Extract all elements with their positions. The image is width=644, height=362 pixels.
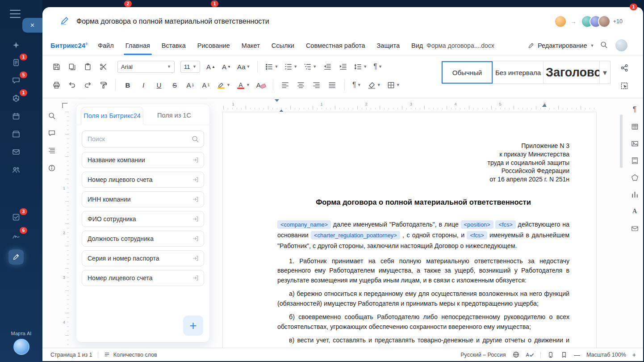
bullets-icon[interactable]: ▼ [265,60,278,73]
change-case-select[interactable]: Аа▼ [237,60,250,73]
underline-button[interactable]: U [154,79,164,91]
menu-draw[interactable]: Рисование [197,42,230,49]
field-chip-position[interactable]: <position> [461,220,493,229]
field-chip-fcs[interactable]: <fcs> [467,231,487,240]
font-color-button[interactable]: А▼ [236,79,250,91]
collapse-panel-button[interactable]: ✕ [22,18,42,33]
redo-icon[interactable] [83,79,92,91]
print-icon[interactable] [51,79,61,91]
insert-field-icon[interactable] [192,156,199,164]
subscript-button[interactable]: A1 [201,79,211,91]
document-editor-icon[interactable] [8,249,24,265]
styles-expand-button[interactable]: ▼ [599,61,610,84]
undo-icon[interactable] [67,79,77,91]
increase-font-icon[interactable]: А▲ [206,60,216,73]
zoom-level[interactable]: Масштаб 100% [586,352,626,358]
highlight-color-button[interactable]: ▼ [217,79,230,91]
tab-bitrix24-fields[interactable]: Поля из Битрикс24 [81,107,143,125]
editing-mode-selector[interactable]: Редактирование ▼ [527,42,594,49]
search-icon[interactable] [47,111,57,121]
menu-home[interactable]: Главная [125,42,150,49]
user-avatar[interactable] [615,39,627,51]
cut-icon[interactable] [98,60,108,73]
style-normal[interactable]: Обычный [442,61,493,84]
copy-icon[interactable] [67,60,77,73]
increase-indent-icon[interactable] [338,60,348,73]
menu-icon[interactable] [10,10,21,18]
avatar[interactable] [554,15,567,28]
insert-field-icon[interactable] [192,255,199,262]
field-item[interactable]: Номер лицевого счета [82,270,204,286]
format-painter-icon[interactable] [98,79,108,91]
globe-icon[interactable] [512,351,520,358]
line-spacing-icon[interactable]: ▼ [354,60,367,73]
align-justify-icon[interactable] [327,79,337,91]
menu-layout[interactable]: Макет [242,42,260,49]
menu-protection[interactable]: Защита [377,42,400,49]
insert-field-icon[interactable] [192,176,199,183]
shape-settings-icon[interactable] [630,173,640,182]
font-size-select[interactable]: 11▼ [180,61,200,73]
zoom-in-button[interactable]: + [632,351,636,358]
menu-view[interactable]: Вид [411,42,423,49]
info-icon[interactable] [47,163,57,173]
style-no-spacing[interactable]: Без интервала [493,61,543,84]
field-item[interactable]: Название компании [82,152,204,168]
document-page[interactable]: Приложение N 3 к приказу Министерства тр… [222,112,597,348]
numbering-icon[interactable]: ▼ [284,60,297,73]
insert-field-icon[interactable] [192,215,199,223]
vertical-scrollbar[interactable] [620,114,623,168]
right-margin-marker[interactable] [542,104,547,107]
marta-ai-avatar[interactable] [13,339,29,355]
add-field-button[interactable]: + [183,316,203,336]
align-left-icon[interactable] [280,79,290,91]
vertical-ruler[interactable]: 1 2 3 4 [62,112,69,348]
nonprinting-chars-icon[interactable]: ¶▼ [352,79,362,91]
field-item[interactable]: Серия и номер паспорта [82,250,204,266]
shading-color-icon[interactable]: ▼ [368,79,381,91]
decrease-indent-icon[interactable] [322,60,332,73]
superscript-button[interactable]: A1 [185,79,195,91]
align-right-icon[interactable] [312,79,322,91]
italic-button[interactable]: I [138,79,148,91]
select-tool-icon[interactable] [620,81,629,92]
insert-field-icon[interactable] [192,235,199,242]
image-settings-icon[interactable] [630,139,640,148]
ruler-origin-icon[interactable] [62,103,67,108]
header-footer-settings-icon[interactable] [630,156,640,165]
field-chip-company-name[interactable]: <company_name> [277,220,331,229]
menu-references[interactable]: Ссылки [272,42,294,49]
paste-icon[interactable] [83,60,92,73]
contacts-icon[interactable] [10,164,22,176]
tab-1c-fields[interactable]: Поля из 1С [143,107,205,125]
clear-format-icon[interactable]: A [256,79,266,91]
field-chip-fcs[interactable]: <fcs> [495,220,515,229]
zoom-out-button[interactable]: — [574,351,580,358]
horizontal-ruler[interactable]: 1 1 2 3 4 5 6 [222,102,598,109]
calendar-icon[interactable] [10,110,22,122]
save-icon[interactable] [51,60,61,73]
more-collaborators[interactable]: +10 [613,18,623,25]
insert-field-icon[interactable] [192,196,199,203]
table-settings-icon[interactable] [630,122,640,131]
menu-file[interactable]: Файл [98,42,114,49]
mail-merge-icon[interactable] [630,223,640,233]
navigation-icon[interactable] [47,146,57,156]
co-editing-icon[interactable] [620,63,629,74]
mail-icon[interactable] [10,146,22,158]
ai-icon[interactable] [10,39,22,52]
bold-button[interactable]: B [123,79,133,91]
indent-marker[interactable] [275,102,279,109]
fields-search-input[interactable] [88,135,191,143]
avatar[interactable] [598,15,611,28]
align-center-icon[interactable] [296,79,306,91]
mobile-view-icon[interactable] [547,351,554,358]
language-selector[interactable]: Русский – Россия [460,352,506,358]
field-item[interactable]: Номер лицевого счета [82,172,204,188]
drive-icon[interactable] [10,128,22,140]
textart-settings-icon[interactable]: A [630,206,640,216]
chart-settings-icon[interactable] [630,189,640,199]
style-heading[interactable]: Заголовок [543,61,599,84]
comments-icon[interactable] [47,128,57,138]
menu-insert[interactable]: Вставка [162,42,186,49]
